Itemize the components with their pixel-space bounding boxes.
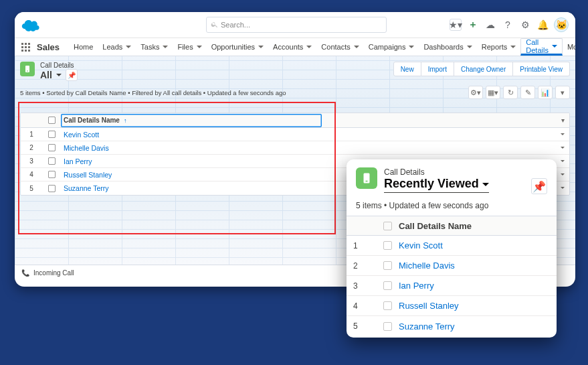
row-checkbox[interactable] — [383, 301, 392, 310]
overlay-title: Recently Viewed — [384, 177, 479, 191]
overlay-object-label: Call Details — [384, 167, 524, 177]
object-label: Call Details — [40, 62, 78, 69]
row-actions[interactable] — [556, 184, 569, 192]
chevron-down-icon — [197, 46, 202, 51]
avatar[interactable]: 🐱 — [554, 17, 569, 32]
top-bar: Search... ★▾ ＋ ☁ ? ⚙ 🔔 🐱 — [15, 12, 575, 38]
nav-tasks[interactable]: Tasks — [136, 38, 173, 56]
row-number: 5 — [21, 185, 42, 192]
table-row[interactable]: 5 Suzanne Terry — [347, 316, 557, 336]
column-header-name[interactable]: Call Details Name ↑ — [61, 114, 322, 127]
table-row[interactable]: 2 Michelle Davis — [21, 141, 569, 155]
list-controls-gear-icon[interactable]: ⚙▾ — [468, 86, 483, 99]
table-row[interactable]: 2 Michelle Davis — [347, 256, 557, 276]
chart-icon[interactable]: 📊 — [538, 86, 553, 99]
chevron-down-icon — [354, 46, 359, 51]
nav-more[interactable]: More — [563, 38, 575, 56]
table-row[interactable]: 1 Kevin Scott — [21, 128, 569, 141]
row-checkbox[interactable] — [47, 131, 55, 138]
new-button[interactable]: New — [393, 62, 421, 76]
printable-view-button[interactable]: Printable View — [513, 62, 570, 76]
chevron-down-icon — [306, 46, 312, 51]
nav-bar: Sales Home Leads Tasks Files Opportuniti… — [15, 38, 575, 56]
import-button[interactable]: Import — [421, 62, 454, 76]
row-checkbox[interactable] — [47, 144, 55, 151]
record-link[interactable]: Michelle Davis — [399, 261, 455, 271]
record-link[interactable]: Michelle Davis — [64, 144, 109, 152]
search-icon — [211, 21, 218, 29]
nav-home[interactable]: Home — [69, 38, 98, 56]
record-link[interactable]: Suzanne Terry — [64, 184, 109, 192]
salesforce-logo — [21, 18, 40, 31]
record-link[interactable]: Russell Stanley — [64, 171, 112, 179]
nav-call-details[interactable]: Call Details — [520, 38, 563, 56]
app-launcher-icon[interactable] — [21, 43, 30, 52]
nav-files[interactable]: Files — [173, 38, 206, 56]
table-row[interactable]: 1 Kevin Scott — [347, 236, 557, 256]
record-link[interactable]: Ian Perry — [399, 281, 434, 291]
help-icon[interactable]: ? — [502, 19, 514, 31]
row-actions[interactable] — [556, 144, 569, 152]
chevron-down-icon — [552, 45, 557, 50]
nav-accounts[interactable]: Accounts — [268, 38, 316, 56]
row-number: 3 — [21, 157, 42, 165]
column-menu-icon[interactable]: ▾ — [556, 117, 569, 124]
table-row[interactable]: 4 Russell Stanley — [347, 296, 557, 316]
utility-item-label[interactable]: Incoming Call — [33, 269, 74, 277]
change-owner-button[interactable]: Change Owner — [454, 62, 513, 76]
nav-reports[interactable]: Reports — [477, 38, 521, 56]
nav-opportunities[interactable]: Opportunities — [207, 38, 268, 56]
record-link[interactable]: Kevin Scott — [399, 240, 443, 250]
global-search[interactable]: Search... — [206, 17, 387, 33]
chevron-down-icon — [163, 46, 168, 51]
overlay-column-header[interactable]: Call Details Name — [399, 221, 472, 231]
row-actions[interactable] — [556, 131, 569, 139]
table-row[interactable]: 3 Ian Perry — [347, 276, 557, 296]
nav-dashboards[interactable]: Dashboards — [419, 38, 476, 56]
edit-list-icon[interactable]: ✎ — [520, 86, 535, 99]
nav-contacts[interactable]: Contacts — [316, 38, 363, 56]
row-actions[interactable] — [556, 157, 569, 165]
table-header-row: Call Details Name ↑ ▾ — [21, 113, 569, 128]
row-number: 3 — [353, 281, 376, 291]
pin-button[interactable]: 📌 — [531, 178, 547, 194]
list-view-title[interactable]: All — [40, 70, 52, 80]
list-view-picker-icon[interactable] — [56, 74, 62, 79]
phone-icon[interactable]: 📞 — [21, 269, 29, 277]
setup-gear-icon[interactable]: ⚙ — [519, 19, 531, 31]
row-checkbox[interactable] — [47, 184, 55, 192]
search-placeholder: Search... — [221, 21, 250, 29]
row-actions[interactable] — [556, 171, 569, 179]
row-number: 2 — [21, 144, 42, 151]
record-link[interactable]: Ian Perry — [64, 157, 92, 165]
notifications-icon[interactable]: 🔔 — [536, 19, 549, 31]
app-name: Sales — [37, 42, 60, 52]
row-checkbox[interactable] — [383, 261, 392, 270]
chevron-down-icon — [126, 46, 131, 51]
row-checkbox[interactable] — [383, 322, 392, 331]
pin-button[interactable]: 📌 — [66, 69, 78, 81]
row-number: 4 — [353, 301, 376, 311]
nav-leads[interactable]: Leads — [98, 38, 136, 56]
record-link[interactable]: Suzanne Terry — [399, 321, 455, 332]
filter-icon[interactable]: ▾ — [555, 86, 570, 99]
overlay-table: Call Details Name 1 Kevin Scott 2 Michel… — [347, 216, 557, 336]
add-button[interactable]: ＋ — [467, 19, 479, 31]
nav-campaigns[interactable]: Campaigns — [364, 38, 419, 56]
row-checkbox[interactable] — [47, 157, 55, 165]
select-all-checkbox[interactable] — [47, 117, 55, 124]
overlay-list-picker[interactable]: Recently Viewed — [384, 177, 489, 193]
svg-rect-3 — [366, 181, 368, 182]
select-all-checkbox[interactable] — [383, 222, 392, 230]
record-link[interactable]: Russell Stanley — [399, 301, 459, 311]
favorites-button[interactable]: ★▾ — [450, 19, 462, 31]
display-as-icon[interactable]: ▦▾ — [486, 86, 500, 99]
refresh-icon[interactable]: ↻ — [503, 86, 518, 99]
row-checkbox[interactable] — [47, 171, 55, 178]
row-checkbox[interactable] — [383, 281, 392, 290]
action-buttons: New Import Change Owner Printable View — [393, 62, 570, 76]
row-checkbox[interactable] — [383, 241, 392, 250]
record-link[interactable]: Kevin Scott — [64, 131, 99, 139]
salesforce-help-icon[interactable]: ☁ — [484, 19, 496, 31]
row-number: 1 — [353, 241, 376, 250]
